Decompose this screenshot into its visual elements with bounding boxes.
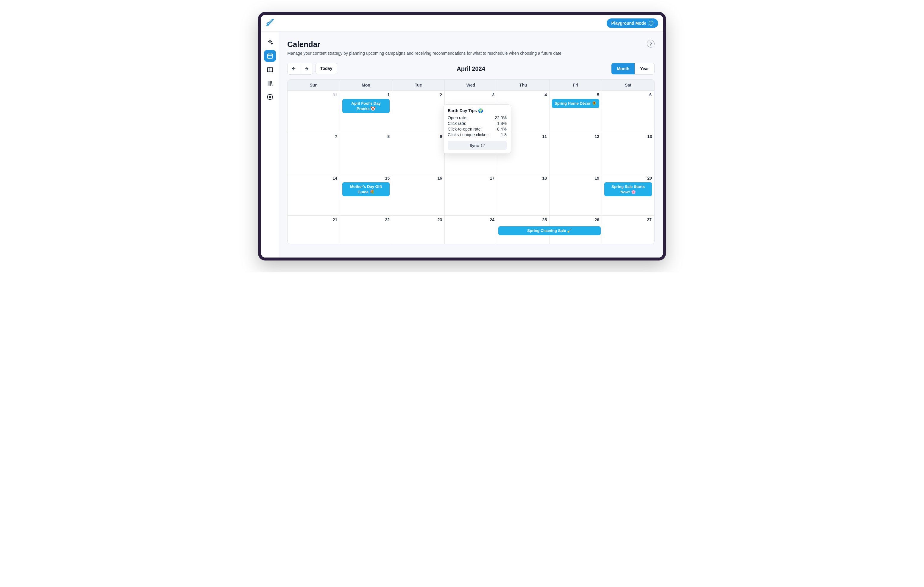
help-icon[interactable]: ? <box>647 40 655 48</box>
metric-label: Click rate: <box>448 121 466 126</box>
topbar: Playground Mode i <box>261 15 663 31</box>
info-icon: i <box>648 21 653 26</box>
day-number: 8 <box>342 134 389 139</box>
popover-title: Earth Day Tips 🌍 <box>448 108 507 113</box>
calendar-icon <box>267 53 273 59</box>
week-row: 21 22 23 24 25 26 27 Spring Cleaning Sal… <box>287 215 654 244</box>
day-cell[interactable]: 18 <box>497 174 549 215</box>
day-number: 22 <box>342 217 389 222</box>
day-cell[interactable]: 13 <box>602 132 654 174</box>
day-cell[interactable]: 16 <box>392 174 445 215</box>
day-cell[interactable]: 12 <box>549 132 602 174</box>
day-number: 1 <box>342 92 389 97</box>
day-number: 24 <box>447 217 495 222</box>
day-number: 9 <box>395 134 442 139</box>
day-cell[interactable]: 22 <box>340 215 392 244</box>
today-button[interactable]: Today <box>315 63 337 74</box>
day-cell[interactable]: 23 <box>392 215 445 244</box>
day-number: 18 <box>500 176 547 181</box>
sidebar-item-table[interactable] <box>264 64 276 76</box>
event-spring-cleaning[interactable]: Spring Cleaning Sale 🧹 <box>498 226 601 235</box>
day-number: 3 <box>447 92 495 97</box>
day-cell[interactable]: 9 <box>392 132 445 174</box>
sidebar-item-library[interactable] <box>264 77 276 89</box>
day-cell[interactable]: 20 Spring Sale Starts Now! 🌸 <box>602 174 654 215</box>
metric-cto-rate: Click-to-open rate: 8.4% <box>448 127 507 132</box>
day-number: 27 <box>604 217 652 222</box>
rocket-icon <box>266 18 274 28</box>
arrow-right-icon <box>304 66 309 71</box>
metric-click-rate: Click rate: 1.8% <box>448 121 507 126</box>
day-cell[interactable]: 21 <box>287 215 340 244</box>
dow-tue: Tue <box>392 80 445 90</box>
view-toggle: Month Year <box>611 63 655 75</box>
calendar-grid: Sun Mon Tue Wed Thu Fri Sat 31 1 April F… <box>287 79 655 244</box>
dow-sun: Sun <box>287 80 340 90</box>
metric-value: 8.4% <box>497 127 507 132</box>
svg-rect-4 <box>267 67 272 72</box>
day-number: 7 <box>290 134 337 139</box>
day-number: 21 <box>290 217 337 222</box>
page-header: Calendar Manage your content strategy by… <box>287 40 655 56</box>
sidebar-item-calendar[interactable] <box>264 50 276 62</box>
event-april-fools[interactable]: April Fool's Day Pranks 🤡 <box>342 99 389 113</box>
day-cell[interactable]: 27 <box>602 215 654 244</box>
metric-open-rate: Open rate: 22.0% <box>448 115 507 120</box>
playground-mode-badge[interactable]: Playground Mode i <box>607 18 658 28</box>
day-cell[interactable]: 24 <box>445 215 497 244</box>
event-mothers-day[interactable]: Mother's Day Gift Guide 💐 <box>342 182 389 196</box>
dow-fri: Fri <box>549 80 602 90</box>
page-subtitle: Manage your content strategy by planning… <box>287 51 563 56</box>
svg-rect-0 <box>267 54 272 59</box>
sync-button[interactable]: Sync <box>448 141 507 150</box>
day-number: 16 <box>395 176 442 181</box>
day-number: 20 <box>604 176 652 181</box>
day-cell[interactable]: 31 <box>287 91 340 132</box>
sidebar-item-settings[interactable] <box>264 91 276 103</box>
day-number: 19 <box>552 176 599 181</box>
day-number: 12 <box>552 134 599 139</box>
day-number: 31 <box>290 92 337 97</box>
metric-value: 22.0% <box>495 115 507 120</box>
week-row: 31 1 April Fool's Day Pranks 🤡 2 3 4 5 S… <box>287 90 654 132</box>
view-month-button[interactable]: Month <box>611 63 635 74</box>
dow-sat: Sat <box>602 80 654 90</box>
day-cell[interactable]: 2 <box>392 91 445 132</box>
event-popover: Earth Day Tips 🌍 Open rate: 22.0% Click … <box>443 104 511 154</box>
arrow-left-icon <box>291 66 296 71</box>
day-number: 25 <box>500 217 547 222</box>
day-number: 17 <box>447 176 495 181</box>
playground-mode-label: Playground Mode <box>611 21 646 26</box>
day-cell[interactable]: 8 <box>340 132 392 174</box>
metric-label: Clicks / unique clicker: <box>448 132 489 137</box>
sidebar <box>261 31 279 258</box>
day-cell[interactable]: 6 <box>602 91 654 132</box>
day-number: 23 <box>395 217 442 222</box>
refresh-icon <box>481 143 485 148</box>
period-label: April 2024 <box>457 66 485 72</box>
device-frame: Playground Mode i <box>258 12 666 260</box>
library-icon <box>267 80 273 87</box>
sidebar-item-sparkle[interactable] <box>264 36 276 48</box>
metric-clicks-unique: Clicks / unique clicker: 1.8 <box>448 132 507 137</box>
day-number: 26 <box>552 217 599 222</box>
day-cell[interactable]: 17 <box>445 174 497 215</box>
metric-label: Click-to-open rate: <box>448 127 482 132</box>
event-spring-decor[interactable]: Spring Home Décor 🌻 <box>552 99 599 108</box>
layout: Calendar Manage your content strategy by… <box>261 31 663 258</box>
event-spring-sale[interactable]: Spring Sale Starts Now! 🌸 <box>604 182 652 196</box>
metric-value: 1.8 <box>501 132 507 137</box>
day-cell[interactable]: 14 <box>287 174 340 215</box>
day-number: 2 <box>395 92 442 97</box>
next-button[interactable] <box>300 63 313 74</box>
sparkle-icon <box>267 39 273 46</box>
prev-button[interactable] <box>287 63 300 74</box>
svg-line-10 <box>271 82 272 86</box>
day-cell[interactable]: 15 Mother's Day Gift Guide 💐 <box>340 174 392 215</box>
day-cell[interactable]: 5 Spring Home Décor 🌻 <box>549 91 602 132</box>
dow-thu: Thu <box>497 80 549 90</box>
day-cell[interactable]: 1 April Fool's Day Pranks 🤡 <box>340 91 392 132</box>
day-cell[interactable]: 19 <box>549 174 602 215</box>
day-cell[interactable]: 7 <box>287 132 340 174</box>
view-year-button[interactable]: Year <box>635 63 654 74</box>
